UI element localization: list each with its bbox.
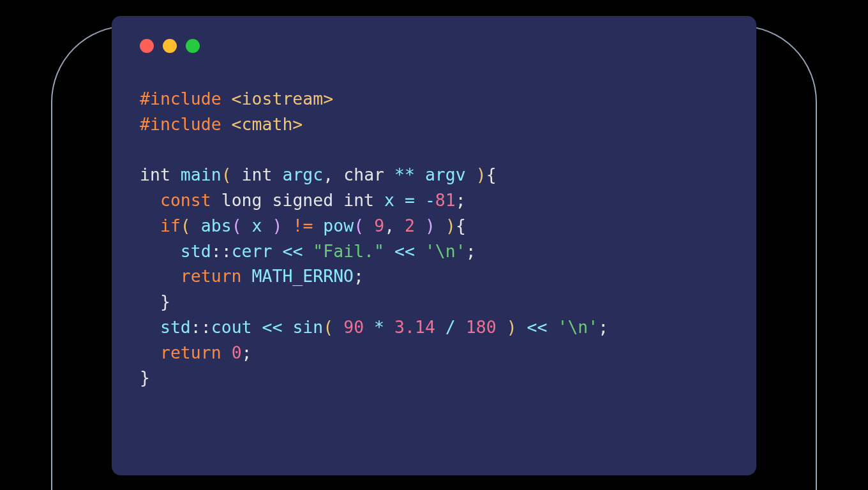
op-stars: ** (394, 165, 415, 184)
type-int: int (140, 165, 170, 184)
func-pow: pow (323, 216, 354, 235)
type-char: char (343, 165, 384, 184)
brace: } (160, 292, 170, 311)
op-star: * (374, 317, 384, 337)
punct-semi: ; (456, 190, 466, 210)
punct-comma: , (384, 216, 394, 235)
op-shl: << (527, 317, 548, 337)
brace: { (456, 216, 466, 235)
paren: ) (507, 317, 517, 337)
maximize-icon[interactable] (186, 39, 200, 53)
paren: ( (323, 317, 333, 337)
punct-semi: ; (354, 266, 364, 286)
code-block: #include <iostream> #include <cmath> int… (140, 86, 728, 390)
op-eq: = (405, 190, 415, 210)
func-main: main (181, 165, 221, 184)
punct-comma: , (323, 165, 333, 184)
header-cmath: <cmath> (232, 114, 303, 134)
op-neq: != (292, 216, 313, 235)
num-81: 81 (435, 190, 456, 210)
scope-op: :: (191, 317, 211, 337)
char-newline: '\n' (557, 317, 598, 337)
paren: ( (181, 216, 191, 235)
op-shl: << (282, 241, 303, 261)
minimize-icon[interactable] (163, 39, 177, 53)
paren: ( (221, 165, 232, 184)
op-slash: / (445, 317, 456, 337)
num-9: 9 (374, 216, 384, 235)
const-math-errno: MATH_ERRNO (252, 266, 354, 286)
num-90: 90 (343, 317, 364, 337)
type-long: long (221, 190, 262, 210)
char-newline: '\n' (425, 241, 466, 261)
paren: ) (476, 165, 486, 184)
kw-if: if (160, 216, 181, 235)
kw-const: const (160, 190, 211, 210)
ident-cerr: cerr (232, 241, 273, 261)
num-pi: 3.14 (394, 317, 435, 337)
ident-argv: argv (425, 165, 466, 184)
type-int: int (242, 165, 273, 184)
preproc-include: #include (140, 114, 221, 134)
paren: ( (232, 216, 242, 235)
type-int: int (343, 190, 374, 210)
window-traffic-lights (140, 39, 728, 53)
kw-return: return (160, 343, 221, 362)
punct-semi: ; (466, 241, 476, 261)
num-180: 180 (466, 317, 497, 337)
paren: ) (425, 216, 435, 235)
ident-x: x (384, 190, 394, 210)
op-minus: - (425, 190, 435, 210)
func-abs: abs (201, 216, 232, 235)
brace: { (486, 165, 497, 184)
header-iostream: <iostream> (232, 89, 334, 108)
op-shl: << (394, 241, 415, 261)
brace: } (140, 368, 150, 387)
paren: ) (445, 216, 456, 235)
op-shl: << (262, 317, 283, 337)
punct-semi: ; (242, 343, 252, 362)
num-0: 0 (232, 343, 242, 362)
type-signed: signed (272, 190, 333, 210)
string-fail: "Fail." (313, 241, 384, 261)
ident-argc: argc (282, 165, 323, 184)
paren: ( (354, 216, 364, 235)
scope-op: :: (211, 241, 232, 261)
preproc-include: #include (140, 89, 221, 108)
func-sin: sin (292, 317, 323, 337)
code-window: #include <iostream> #include <cmath> int… (112, 16, 756, 475)
ident-cout: cout (211, 317, 252, 337)
ident-x: x (252, 216, 262, 235)
punct-semi: ; (598, 317, 608, 337)
close-icon[interactable] (140, 39, 154, 53)
kw-return: return (181, 266, 242, 286)
ident-std: std (181, 241, 211, 261)
num-2: 2 (405, 216, 415, 235)
paren: ) (273, 216, 283, 235)
ident-std: std (160, 317, 191, 337)
